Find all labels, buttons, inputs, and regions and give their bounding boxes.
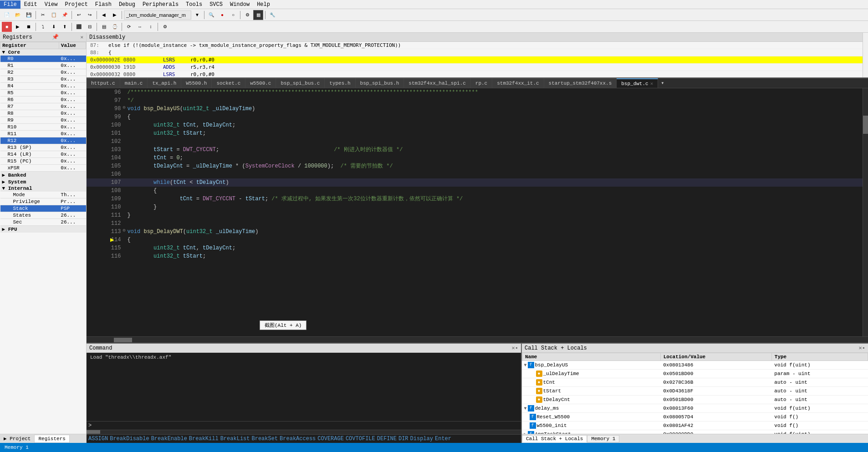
- reg-r6[interactable]: R60x...: [0, 96, 86, 103]
- reg-r8[interactable]: R80x...: [0, 110, 86, 117]
- command-header-icons[interactable]: ✕▪: [512, 345, 518, 351]
- redo-btn[interactable]: ↪: [85, 10, 95, 20]
- cs-row-6[interactable]: fReset_W55000x080057D4void f(): [522, 413, 868, 422]
- reg-xpsr[interactable]: xPSR0x...: [0, 165, 86, 172]
- bp-btn[interactable]: ⬛: [74, 22, 84, 32]
- code-cell-113[interactable]: void bsp_DelayDWT(uint32_t _ulDelayTime): [127, 228, 863, 236]
- reg-r1[interactable]: R10x...: [0, 62, 86, 69]
- reg-r15[interactable]: R15 (PC)0x...: [0, 158, 86, 165]
- reg-r13[interactable]: R13 (SP)0x...: [0, 144, 86, 151]
- fwd-btn[interactable]: ▶: [110, 10, 120, 20]
- comp-dir[interactable]: DIR: [398, 436, 408, 442]
- code-cell-110[interactable]: }: [127, 203, 863, 211]
- code-cell-101[interactable]: uint32_t tStart;: [127, 129, 863, 137]
- comp-breakaccess[interactable]: BreakAccess: [280, 436, 316, 442]
- code-scrollbar-h[interactable]: [87, 336, 868, 343]
- reset-btn[interactable]: ■: [2, 22, 12, 32]
- cut-btn[interactable]: ✂: [38, 10, 48, 20]
- tab-close-bspdwt[interactable]: ✕: [650, 81, 654, 86]
- code-cell-115[interactable]: uint32_t tCnt, tDelayCnt;: [127, 244, 863, 252]
- code-cell-102[interactable]: [127, 137, 863, 146]
- code-cell-96[interactable]: /***************************************…: [127, 88, 863, 96]
- cs-row-7[interactable]: fw5500_init0x0801AF42void f(): [522, 422, 868, 430]
- tab-bspdwt[interactable]: bsp_dwt.c ✕: [617, 78, 658, 88]
- run-btn[interactable]: ▶: [13, 22, 23, 32]
- view-btn[interactable]: ⊟: [85, 22, 95, 32]
- tab-w5500c[interactable]: w5500.c: [245, 78, 276, 88]
- trace-btn[interactable]: ↔: [135, 22, 145, 32]
- reg-r14[interactable]: R14 (LR)0x...: [0, 151, 86, 158]
- code-cell-108[interactable]: {: [127, 187, 863, 195]
- reg-r9[interactable]: R90x...: [0, 117, 86, 124]
- cs-row-8[interactable]: ▶fAppTaskStart0x08000DD0void f(uint): [522, 430, 868, 434]
- tab-startup[interactable]: startup_stm32f407xx.s: [544, 78, 617, 88]
- back-btn[interactable]: ◀: [99, 10, 109, 20]
- tab-main[interactable]: main.c: [120, 78, 148, 88]
- cs-header-close[interactable]: ✕▪: [859, 345, 865, 351]
- menu-project[interactable]: Project: [61, 0, 91, 9]
- step-into-btn[interactable]: ⬇: [49, 22, 59, 32]
- code-cell-109[interactable]: tCnt = DWT_CYCCNT - tStart; /* 求减过程中, 如果…: [127, 195, 863, 203]
- prof-btn[interactable]: ⟳: [124, 22, 134, 32]
- reg-stack[interactable]: StackPSP: [0, 205, 86, 212]
- tab-socketc[interactable]: socket.c: [212, 78, 245, 88]
- registers-tab-btn[interactable]: Registers: [34, 435, 69, 443]
- comp-breakkill[interactable]: BreakKill: [189, 436, 219, 442]
- cs-row-0[interactable]: ▼fbsp_DelayUS0x08013486void f(uint): [522, 361, 868, 370]
- menu-svcs[interactable]: SVCS: [206, 0, 226, 9]
- reg-states[interactable]: States26...: [0, 212, 86, 219]
- build-btn[interactable]: ●: [217, 10, 227, 20]
- command-input-field[interactable]: [93, 423, 519, 429]
- menu-peripherals[interactable]: Peripherals: [139, 0, 182, 9]
- cs-row-2[interactable]: ◆tCnt0x0278C36Bauto - uint: [522, 378, 868, 387]
- menu-tools[interactable]: Tools: [182, 0, 206, 9]
- comp-enter[interactable]: Enter: [435, 436, 451, 442]
- code-cell-114[interactable]: {: [127, 236, 863, 244]
- tab-typesh[interactable]: types.h: [325, 78, 355, 88]
- cmd-scroll-thumb[interactable]: [87, 430, 100, 434]
- stop2-btn[interactable]: ⏹: [24, 22, 34, 32]
- registers-close[interactable]: ✕: [80, 34, 83, 40]
- reg-privilege[interactable]: PrivilegePr...: [0, 198, 86, 205]
- watch-btn[interactable]: ⌚: [110, 22, 120, 32]
- code-cell-103[interactable]: tStart = DWT_CYCCNT; /* 刚进入时的计数器值 */: [127, 146, 863, 154]
- cs-tab-memory1[interactable]: Memory 1: [587, 435, 619, 442]
- settings-btn[interactable]: ⚙: [242, 10, 252, 20]
- mem-btn[interactable]: ▤: [99, 22, 109, 32]
- project-tab[interactable]: ▶ Project: [0, 435, 34, 442]
- menu-edit[interactable]: Edit: [20, 0, 41, 9]
- comp-covtofile[interactable]: COVTOFILE: [346, 436, 375, 442]
- tab-more[interactable]: ▾: [658, 78, 667, 88]
- comp-breakset[interactable]: BreakSet: [251, 436, 278, 442]
- copy-btn[interactable]: 📋: [49, 10, 59, 20]
- tab-httput[interactable]: httput.c: [87, 78, 120, 88]
- disasm-scrollbar[interactable]: [863, 33, 868, 77]
- code-cell-100[interactable]: uint32_t tCnt, tDelayCnt;: [127, 121, 863, 129]
- menu-window[interactable]: Window: [226, 0, 253, 9]
- cs-row-1[interactable]: ◆_ulDelayTime0x0501BD00param - uint: [522, 370, 868, 378]
- cs-tab-callstack[interactable]: Call Stack + Locals: [522, 435, 587, 442]
- tab-bspspibus[interactable]: bsp_spi_bus.c: [276, 78, 325, 88]
- undo-btn[interactable]: ↩: [74, 10, 84, 20]
- comp-display[interactable]: Display: [410, 436, 433, 442]
- code-cell-112[interactable]: [127, 219, 863, 228]
- step-over-btn[interactable]: ⤵: [38, 22, 48, 32]
- code-cell-116[interactable]: uint32_t tStart;: [127, 252, 863, 260]
- scrollbar-thumb[interactable]: [863, 116, 868, 134]
- tab-rpc[interactable]: rp.c: [471, 78, 492, 88]
- menu-view[interactable]: View: [41, 0, 61, 9]
- file-field[interactable]: [124, 10, 191, 20]
- code-cell-99[interactable]: {: [127, 113, 863, 121]
- menu-flash[interactable]: Flash: [92, 0, 115, 9]
- code-cell-98[interactable]: void bsp_DelayUS(uint32_t _ulDelayTime): [127, 105, 863, 113]
- monitor-btn[interactable]: ▦: [253, 10, 263, 20]
- search-btn[interactable]: 🔍: [206, 10, 216, 20]
- code-cell-107[interactable]: while(tCnt < tDelayCnt): [127, 178, 863, 187]
- code-cell-106[interactable]: [127, 170, 863, 178]
- code-cell-105[interactable]: tDelayCnt = _ulDelayTime * (SystemCoreCl…: [127, 162, 863, 170]
- fold-98[interactable]: ⊖: [121, 105, 127, 113]
- comp-coverage[interactable]: COVERAGE: [317, 436, 344, 442]
- reg-r4[interactable]: R40x...: [0, 83, 86, 90]
- cs-row-3[interactable]: ◆tStart0x0D43618Fauto - uint: [522, 387, 868, 396]
- paste-btn[interactable]: 📌: [60, 10, 70, 20]
